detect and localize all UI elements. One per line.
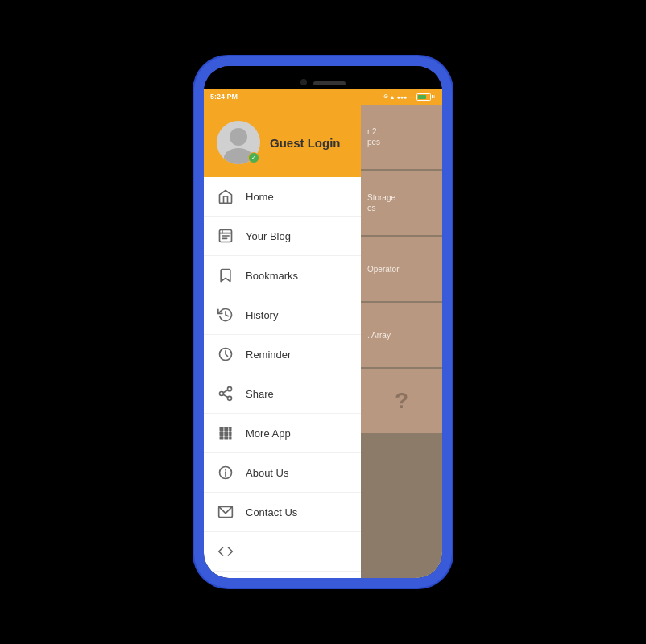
menu-label-contact-us: Contact Us bbox=[246, 506, 297, 518]
svg-rect-16 bbox=[229, 427, 231, 431]
svg-rect-18 bbox=[224, 431, 228, 436]
menu-item-history[interactable]: History bbox=[204, 295, 361, 335]
question-mark: ? bbox=[395, 388, 408, 414]
reminder-icon bbox=[217, 345, 234, 363]
menu-label-your-blog: Your Blog bbox=[246, 230, 291, 242]
svg-rect-21 bbox=[224, 436, 228, 439]
guest-login-label: Guest Login bbox=[270, 136, 341, 150]
battery-indicator bbox=[416, 93, 431, 101]
notch bbox=[204, 66, 442, 89]
svg-rect-20 bbox=[220, 436, 224, 439]
menu-item-share[interactable]: Share bbox=[204, 374, 361, 414]
svg-line-12 bbox=[223, 394, 228, 397]
svg-rect-15 bbox=[224, 427, 228, 431]
dots-icon: ···· bbox=[408, 94, 415, 100]
code-icon bbox=[217, 543, 234, 560]
speaker bbox=[313, 81, 346, 85]
battery-tip bbox=[432, 95, 433, 98]
menu-item-code[interactable] bbox=[204, 532, 361, 572]
menu-label-about-us: About Us bbox=[246, 467, 288, 479]
content-card-1: r 2.pes bbox=[361, 105, 442, 169]
background-content: r 2.pes Storagees Operator . Array ? bbox=[361, 105, 442, 578]
drawer-header: Guest Login bbox=[204, 105, 361, 177]
status-time: 5:24 PM bbox=[210, 93, 238, 101]
svg-line-13 bbox=[223, 390, 228, 392]
card-text-3: Operator bbox=[367, 264, 399, 275]
phone-inner: 5:24 PM ⊙ ▲ ●●● ···· + bbox=[204, 66, 442, 578]
content-card-5: ? bbox=[361, 369, 442, 433]
screen-content: Guest Login Home bbox=[204, 105, 442, 578]
content-cards: r 2.pes Storagees Operator . Array ? bbox=[361, 105, 442, 433]
card-text-4: . Array bbox=[367, 330, 391, 341]
camera bbox=[300, 79, 307, 85]
svg-rect-19 bbox=[229, 431, 231, 436]
navigation-drawer: Guest Login Home bbox=[204, 105, 361, 578]
share-icon bbox=[217, 385, 234, 402]
mail-icon bbox=[217, 503, 234, 521]
avatar-container bbox=[217, 121, 260, 164]
content-card-4: . Array bbox=[361, 303, 442, 367]
menu-item-about-us[interactable]: About Us bbox=[204, 453, 361, 493]
menu-item-your-blog[interactable]: Your Blog bbox=[204, 217, 361, 256]
menu-label-home: Home bbox=[246, 191, 274, 203]
menu-label-reminder: Reminder bbox=[246, 349, 291, 361]
blog-icon bbox=[217, 227, 234, 245]
card-text-1: r 2.pes bbox=[367, 126, 380, 147]
alarm-icon: ⊙ bbox=[383, 93, 388, 100]
avatar-verified-badge bbox=[248, 152, 259, 163]
status-bar: 5:24 PM ⊙ ▲ ●●● ···· + bbox=[204, 89, 442, 105]
menu-item-home[interactable]: Home bbox=[204, 177, 361, 217]
menu-item-more-app[interactable]: More App bbox=[204, 414, 361, 453]
history-icon bbox=[217, 306, 234, 324]
bookmark-icon bbox=[217, 266, 234, 284]
card-text-2: Storagees bbox=[367, 192, 395, 213]
phone-frame: 5:24 PM ⊙ ▲ ●●● ···· + bbox=[194, 56, 452, 588]
grid-icon bbox=[217, 424, 234, 442]
menu-label-share: Share bbox=[246, 388, 274, 400]
wifi-icon: ▲ bbox=[390, 94, 395, 100]
menu-label-more-app: More App bbox=[246, 427, 291, 440]
home-icon bbox=[217, 188, 234, 205]
info-icon bbox=[217, 464, 234, 481]
menu-label-bookmarks: Bookmarks bbox=[246, 270, 298, 282]
menu-item-contact-us[interactable]: Contact Us bbox=[204, 493, 361, 532]
content-card-2: Storagees bbox=[361, 171, 442, 235]
menu-item-reminder[interactable]: Reminder bbox=[204, 335, 361, 374]
menu-label-history: History bbox=[246, 309, 278, 321]
content-card-3: Operator bbox=[361, 237, 442, 301]
menu-item-bookmarks[interactable]: Bookmarks bbox=[204, 256, 361, 295]
signal-icon: ●●● bbox=[396, 94, 407, 100]
svg-rect-17 bbox=[220, 431, 224, 436]
status-icons: ⊙ ▲ ●●● ···· + bbox=[383, 93, 437, 101]
svg-rect-22 bbox=[229, 436, 231, 439]
battery-fill bbox=[418, 95, 427, 99]
svg-rect-14 bbox=[220, 427, 224, 431]
svg-point-0 bbox=[230, 128, 247, 146]
screen: 5:24 PM ⊙ ▲ ●●● ···· + bbox=[204, 89, 442, 578]
